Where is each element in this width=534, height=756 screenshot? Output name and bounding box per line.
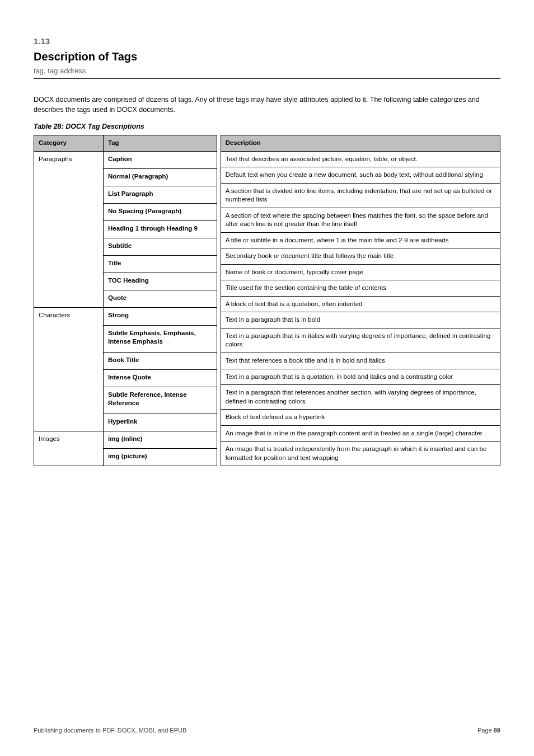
section-number: 1.13: [34, 36, 500, 46]
desc-cell: Text in a paragraph that is in bold: [221, 312, 500, 328]
table-row: A title or subtitle in a document, where…: [221, 232, 500, 248]
table-row: ParagraphsCaption: [34, 151, 217, 168]
table-row: Secondary book or document title that fo…: [221, 248, 500, 265]
table-row: Text that describes an associated pictur…: [221, 151, 500, 167]
footer-left: Publishing documents to PDF, DOCX, MOBI,…: [34, 727, 186, 734]
desc-cell: A title or subtitle in a document, where…: [221, 232, 500, 248]
tag-cell: Title: [104, 256, 217, 273]
desc-cell: Text that references a book title and is…: [221, 353, 500, 369]
tag-cell: Subtle Emphasis, Emphasis, Intense Empha…: [104, 325, 217, 352]
table-row: A block of text that is a quotation, oft…: [221, 296, 500, 312]
table-row: A section of text where the spacing betw…: [221, 208, 500, 232]
table-row: Name of book or document, typically cove…: [221, 264, 500, 280]
table-row: Default text when you create a new docum…: [221, 167, 500, 184]
table-row: Text that references a book title and is…: [221, 353, 500, 369]
tag-cell: Hyperlink: [104, 414, 217, 431]
table-right: Description Text that describes an assoc…: [221, 135, 500, 466]
tag-cell: img (inline): [104, 431, 217, 448]
category-cell: Characters: [34, 308, 104, 431]
desc-cell: A section of text where the spacing betw…: [221, 208, 500, 232]
tag-cell: Normal (Paragraph): [104, 168, 217, 186]
tag-description-table: Category Tag ParagraphsCaption Normal (P…: [34, 135, 500, 466]
table-row: Text in a paragraph that references anot…: [221, 385, 500, 410]
table-row: Text in a paragraph that is a quotation,…: [221, 369, 500, 385]
desc-cell: Secondary book or document title that fo…: [221, 248, 500, 265]
category-cell: Images: [34, 431, 104, 466]
desc-cell: An image that is treated independently f…: [221, 442, 500, 466]
tag-cell: img (picture): [104, 448, 217, 466]
desc-cell: Name of book or document, typically cove…: [221, 264, 500, 280]
table-row: An image that is treated independently f…: [221, 442, 500, 466]
page-number: 89: [494, 727, 500, 734]
table-row: Title used for the section containing th…: [221, 280, 500, 297]
intro-paragraph: DOCX documents are comprised of dozens o…: [34, 95, 500, 115]
tag-cell: Book Title: [104, 352, 217, 369]
section-subtitle: tag, tag address: [34, 67, 500, 75]
desc-cell: A block of text that is a quotation, oft…: [221, 296, 500, 312]
section-title: Description of Tags: [34, 50, 500, 63]
category-cell: Paragraphs: [34, 151, 104, 308]
tag-cell: Subtle Reference, Intense Reference: [104, 387, 217, 414]
desc-cell: An image that is inline in the paragraph…: [221, 425, 500, 442]
desc-cell: Default text when you create a new docum…: [221, 167, 500, 184]
table-row: CharactersStrong: [34, 308, 217, 325]
footer-right: Page 89: [477, 727, 500, 734]
col-description-header: Description: [221, 135, 500, 152]
tag-cell: Strong: [104, 308, 217, 325]
tag-cell: Intense Quote: [104, 369, 217, 387]
table-row: A section that is divided into line item…: [221, 183, 500, 208]
desc-cell: Text that describes an associated pictur…: [221, 151, 500, 167]
table-row: Block of text defined as a hyperlink: [221, 410, 500, 426]
table-row: An image that is inline in the paragraph…: [221, 425, 500, 442]
desc-cell: Text in a paragraph that is in italics w…: [221, 328, 500, 353]
desc-cell: Text in a paragraph that is a quotation,…: [221, 369, 500, 385]
col-category-header: Category: [34, 135, 104, 152]
desc-cell: Text in a paragraph that references anot…: [221, 385, 500, 410]
page-footer: Publishing documents to PDF, DOCX, MOBI,…: [34, 727, 500, 734]
desc-cell: Title used for the section containing th…: [221, 280, 500, 297]
col-tag-header: Tag: [104, 135, 217, 152]
tag-cell: List Paragraph: [104, 186, 217, 203]
tag-cell: Subtitle: [104, 238, 217, 256]
table-row: Text in a paragraph that is in italics w…: [221, 328, 500, 353]
section-rule: [34, 78, 500, 79]
desc-cell: Block of text defined as a hyperlink: [221, 410, 500, 426]
footer-page-label: Page: [477, 727, 492, 734]
tag-cell: Quote: [104, 290, 217, 308]
table-caption: Table 28: DOCX Tag Descriptions: [34, 123, 500, 130]
tag-cell: TOC Heading: [104, 273, 217, 290]
table-left: Category Tag ParagraphsCaption Normal (P…: [34, 135, 217, 466]
tag-cell: Heading 1 through Heading 9: [104, 221, 217, 238]
desc-cell: A section that is divided into line item…: [221, 183, 500, 208]
table-row: Text in a paragraph that is in bold: [221, 312, 500, 328]
tag-cell: Caption: [104, 151, 217, 168]
table-row: Imagesimg (inline): [34, 431, 217, 448]
tag-cell: No Spacing (Paragraph): [104, 204, 217, 221]
